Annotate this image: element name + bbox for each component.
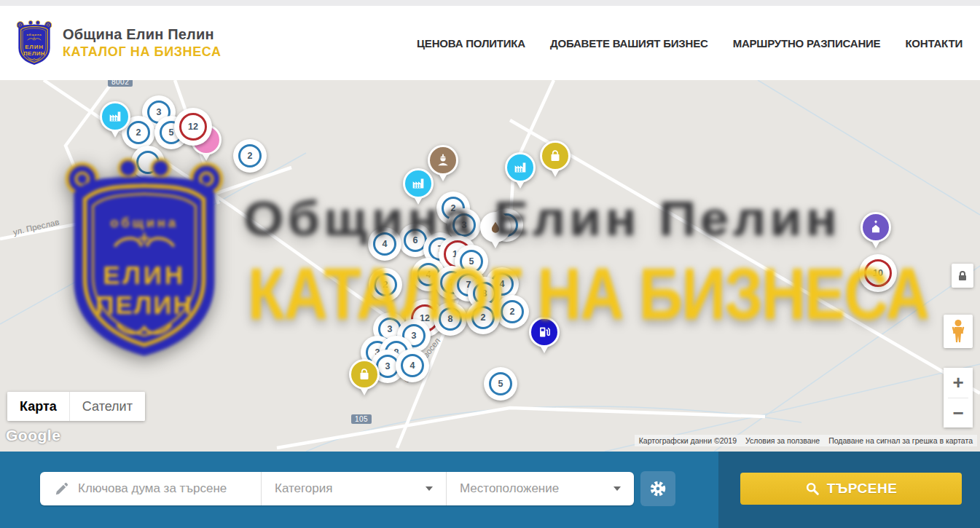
cluster-marker-10[interactable]: 10: [859, 254, 897, 292]
nav-add-your-business[interactable]: ДОБАВЕТЕ ВАШИЯТ БИЗНЕС: [550, 37, 708, 50]
attribution-terms-link[interactable]: Условия за ползване: [741, 435, 824, 446]
cluster-marker-2[interactable]: 2: [466, 301, 500, 334]
search-input-group: Категория Местоположение: [40, 472, 634, 505]
cluster-marker-2[interactable]: 2: [495, 295, 529, 328]
keyword-search-input[interactable]: [78, 481, 261, 496]
location-dropdown[interactable]: Местоположение: [446, 472, 634, 505]
pin-bag-marker[interactable]: [348, 359, 380, 400]
map-attribution: Картографски данни ©2019 Условия за полз…: [635, 435, 977, 446]
markers-layer: 8002105ул. Преславбул. „Новосел325122235…: [0, 80, 980, 452]
pin-factory-marker[interactable]: [402, 168, 434, 209]
street-label: ул. Преслав: [12, 218, 60, 237]
road-number-badge: 8002: [108, 80, 133, 87]
category-dropdown-label: Категория: [275, 481, 332, 496]
map-type-map-button[interactable]: Карта: [7, 392, 69, 421]
cluster-marker-12[interactable]: 12: [174, 108, 212, 146]
chevron-down-icon: [426, 486, 433, 491]
search-submit-button[interactable]: ТЪРСЕНЕ: [740, 473, 962, 505]
category-dropdown[interactable]: Категория: [261, 472, 446, 505]
svg-text:ЕЛИН: ЕЛИН: [25, 44, 44, 50]
municipality-logo-icon: община ЕЛИН ПЕЛИН: [16, 20, 52, 66]
cluster-marker-2[interactable]: 2: [233, 139, 267, 173]
pin-fuel-marker[interactable]: [528, 317, 560, 358]
attribution-data: Картографски данни ©2019: [635, 435, 741, 446]
search-icon: [805, 481, 820, 496]
site-header: община ЕЛИН ПЕЛИН Община Елин Пелин КАТА…: [0, 6, 980, 80]
keyword-section: [40, 472, 261, 505]
pin-blob-marker[interactable]: [479, 212, 511, 253]
road-number-badge: 105: [351, 414, 372, 424]
svg-text:община: община: [27, 33, 42, 36]
cluster-marker-2[interactable]: 2: [369, 268, 402, 302]
google-logo[interactable]: Google: [6, 427, 60, 444]
lock-icon: [957, 270, 968, 282]
pin-factory-marker[interactable]: [99, 101, 131, 142]
map-type-satellite-button[interactable]: Сателит: [69, 392, 145, 421]
cluster-marker-4[interactable]: 4: [396, 349, 429, 382]
pin-bag-marker[interactable]: [539, 141, 571, 181]
attribution-report-link[interactable]: Подаване на сигнал за грешка в картата: [824, 435, 977, 446]
zoom-in-button[interactable]: +: [944, 368, 973, 398]
nav-pricing-policy[interactable]: ЦЕНОВА ПОЛИТИКА: [417, 37, 525, 50]
brand[interactable]: община ЕЛИН ПЕЛИН Община Елин Пелин КАТА…: [16, 20, 222, 66]
map-canvas[interactable]: 8002105ул. Преславбул. „Новосел325122235…: [0, 80, 980, 452]
brand-title: Община Елин Пелин: [63, 26, 222, 43]
zoom-control: + −: [944, 368, 973, 427]
pin-factory-marker[interactable]: [504, 152, 536, 193]
gear-icon: [648, 479, 667, 498]
search-button-label: ТЪРСЕНЕ: [827, 481, 898, 497]
pin-church-marker[interactable]: [860, 212, 892, 253]
map-type-control: Карта Сателит: [7, 392, 145, 421]
location-dropdown-label: Местоположение: [460, 481, 559, 496]
cluster-marker-hidden[interactable]: [131, 146, 165, 179]
zoom-out-button[interactable]: −: [944, 398, 973, 428]
cluster-marker-4[interactable]: 4: [368, 227, 401, 261]
cluster-marker-5[interactable]: 5: [484, 367, 517, 401]
nav-transport-schedule[interactable]: МАРШРУТНО РАЗПИСАНИЕ: [733, 37, 881, 50]
nav-contacts[interactable]: КОНТАКТИ: [905, 37, 963, 50]
main-nav: ЦЕНОВА ПОЛИТИКА ДОБАВЕТЕ ВАШИЯТ БИЗНЕС М…: [417, 37, 963, 50]
street-view-pegman-button[interactable]: [944, 315, 973, 348]
map-lock-button[interactable]: [952, 264, 973, 288]
chevron-down-icon: [614, 486, 621, 491]
svg-text:ПЕЛИН: ПЕЛИН: [23, 50, 45, 57]
advanced-settings-button[interactable]: [640, 471, 675, 506]
search-bar: Категория Местоположение ТЪРСЕНЕ: [0, 452, 980, 528]
brand-subtitle: КАТАЛОГ НА БИЗНЕСА: [63, 44, 222, 60]
cluster-marker-8[interactable]: 8: [434, 302, 467, 336]
top-strip: [0, 0, 980, 6]
pegman-icon: [950, 319, 966, 344]
pencil-icon: [55, 481, 69, 496]
